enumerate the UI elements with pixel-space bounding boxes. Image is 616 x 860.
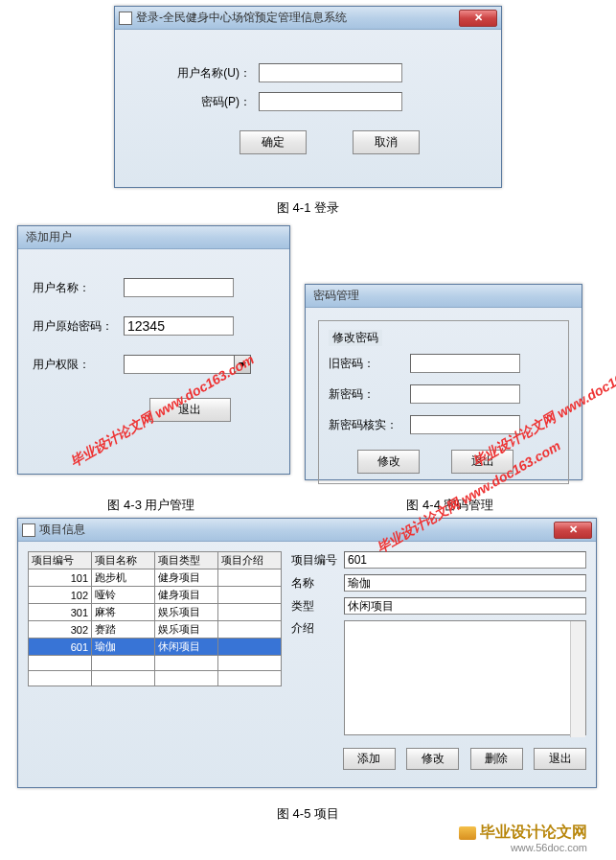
table-header-row: 项目编号 项目名称 项目类型 项目介绍 (29, 552, 282, 569)
form-type-label: 类型 (291, 598, 344, 615)
username-label: 用户名称(U)： (163, 65, 259, 81)
form-id-input[interactable] (344, 551, 586, 569)
change-pwd-group-title: 修改密码 (329, 330, 382, 346)
form-type-input[interactable] (344, 597, 586, 615)
init-pwd-label: 用户原始密码： (33, 318, 124, 335)
chevron-down-icon[interactable] (234, 355, 251, 374)
pwd-title: 密码管理 (309, 288, 578, 304)
scrollbar[interactable] (570, 621, 585, 737)
login-titlebar: 登录-全民健身中心场馆预定管理信息系统 ✕ (115, 7, 501, 30)
change-pwd-group: 修改密码 旧密码： 新密码： 新密码核实： 修改 退出 (318, 320, 569, 484)
cancel-button[interactable]: 取消 (353, 130, 420, 154)
table-row[interactable]: 601瑜伽休闲项目 (29, 639, 282, 656)
confirm-pwd-input[interactable] (410, 415, 520, 434)
pwd-titlebar: 密码管理 (306, 285, 582, 308)
project-modify-button[interactable]: 修改 (406, 748, 459, 770)
newpwd-input[interactable] (410, 384, 520, 404)
oldpwd-label: 旧密码： (329, 356, 410, 372)
form-desc-label: 介绍 (291, 620, 344, 637)
modify-pwd-button[interactable]: 修改 (357, 450, 420, 474)
cell-empty (29, 656, 92, 671)
project-add-button[interactable]: 添加 (343, 748, 396, 770)
newpwd-label: 新密码： (329, 386, 410, 403)
privilege-label: 用户权限： (33, 357, 124, 373)
close-icon[interactable]: ✕ (459, 10, 497, 27)
cell-type: 娱乐项目 (155, 621, 218, 639)
cell-empty (218, 656, 282, 671)
init-pwd-input[interactable] (124, 316, 234, 336)
privilege-input[interactable] (124, 355, 234, 374)
cell-desc (218, 639, 282, 656)
cell-desc (218, 621, 282, 639)
table-row[interactable] (29, 671, 282, 686)
cell-desc (218, 569, 282, 587)
col-type: 项目类型 (155, 552, 218, 569)
cell-type: 健身项目 (155, 587, 218, 604)
cell-id: 601 (29, 639, 92, 656)
cell-id: 101 (29, 569, 92, 587)
login-caption: 图 4-1 登录 (0, 199, 616, 217)
cell-name: 哑铃 (92, 587, 155, 604)
username-input[interactable] (259, 63, 402, 82)
cell-type: 健身项目 (155, 569, 218, 587)
table-row[interactable]: 102哑铃健身项目 (29, 587, 282, 604)
cell-name: 跑步机 (92, 569, 155, 587)
footer-url: www.56doc.com (511, 842, 587, 853)
password-label: 密码(P)： (163, 94, 259, 110)
cell-empty (155, 656, 218, 671)
ok-button[interactable]: 确定 (240, 130, 307, 154)
project-caption: 图 4-5 项目 (0, 805, 616, 823)
pwd-window: 密码管理 修改密码 旧密码： 新密码： 新密码核实： 修改 退出 (305, 284, 582, 480)
form-desc-textarea[interactable] (344, 620, 586, 735)
table-row[interactable]: 302赛踏娱乐项目 (29, 621, 282, 639)
oldpwd-input[interactable] (410, 354, 520, 373)
login-title: 登录-全民健身中心场馆预定管理信息系统 (136, 10, 459, 26)
add-user-title: 添加用户 (22, 229, 285, 245)
project-title: 项目信息 (39, 522, 554, 538)
form-id-label: 项目编号 (291, 552, 344, 569)
form-name-label: 名称 (291, 575, 344, 592)
cell-name: 麻将 (92, 604, 155, 621)
cell-desc (218, 604, 282, 621)
app-icon (119, 12, 132, 25)
add-username-input[interactable] (124, 278, 234, 297)
form-name-input[interactable] (344, 574, 586, 592)
add-user-caption: 图 4-3 用户管理 (17, 497, 285, 514)
col-name: 项目名称 (92, 552, 155, 569)
project-delete-button[interactable]: 删除 (470, 748, 523, 770)
cell-type: 休闲项目 (155, 639, 218, 656)
cell-id: 302 (29, 621, 92, 639)
footer-logo: 毕业设计论文网 (459, 823, 587, 843)
close-icon[interactable]: ✕ (554, 522, 592, 539)
project-window: 项目信息 ✕ 项目编号 项目名称 项目类型 项目介绍 101跑步机健身项目102… (17, 518, 597, 788)
cell-desc (218, 587, 282, 604)
project-table[interactable]: 项目编号 项目名称 项目类型 项目介绍 101跑步机健身项目102哑铃健身项目3… (28, 551, 282, 686)
confirm-pwd-label: 新密码核实： (329, 417, 410, 433)
login-window: 登录-全民健身中心场馆预定管理信息系统 ✕ 用户名称(U)： 密码(P)： 确定… (114, 6, 502, 188)
project-exit-button[interactable]: 退出 (534, 748, 586, 770)
table-row[interactable] (29, 656, 282, 671)
cell-empty (92, 656, 155, 671)
password-input[interactable] (259, 92, 402, 111)
col-desc: 项目介绍 (218, 552, 282, 569)
footer-logo-text: 毕业设计论文网 (480, 823, 587, 843)
cell-type: 娱乐项目 (155, 604, 218, 621)
add-user-window: 添加用户 用户名称： 用户原始密码： 用户权限： 退出 (17, 225, 290, 475)
cell-empty (92, 671, 155, 686)
pwd-exit-button[interactable]: 退出 (451, 450, 513, 474)
project-titlebar: 项目信息 ✕ (18, 519, 596, 542)
add-user-titlebar: 添加用户 (18, 226, 289, 249)
cell-id: 102 (29, 587, 92, 604)
privilege-combobox[interactable] (124, 355, 251, 374)
cell-empty (218, 671, 282, 686)
table-row[interactable]: 301麻将娱乐项目 (29, 604, 282, 621)
col-id: 项目编号 (29, 552, 92, 569)
cell-empty (155, 671, 218, 686)
app-icon (22, 523, 35, 537)
pwd-caption: 图 4-4 密码管理 (316, 497, 584, 514)
cell-id: 301 (29, 604, 92, 621)
cell-empty (29, 671, 92, 686)
cell-name: 赛踏 (92, 621, 155, 639)
add-user-exit-button[interactable]: 退出 (149, 398, 231, 422)
table-row[interactable]: 101跑步机健身项目 (29, 569, 282, 587)
